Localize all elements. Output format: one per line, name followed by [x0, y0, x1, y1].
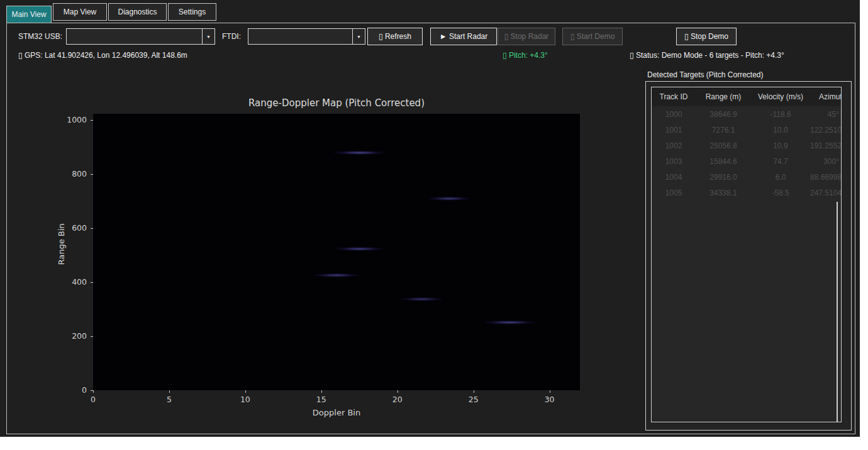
- tab-diagnostics-label: Diagnostics: [118, 8, 157, 16]
- target-streak: [482, 321, 537, 324]
- table-cell: 88.66998: [810, 173, 841, 182]
- desktop: Main View Map View Diagnostics Settings …: [0, 0, 868, 450]
- y-tick-mark: [91, 120, 93, 121]
- table-row[interactable]: 100038646.9-118.645°: [652, 106, 841, 122]
- x-tick-mark: [474, 390, 474, 393]
- y-tick-mark: [91, 228, 93, 229]
- table-row[interactable]: 100429916.06.088.66998: [652, 169, 841, 185]
- table-cell: 1003: [652, 157, 696, 166]
- table-cell: 38646.9: [696, 110, 751, 119]
- ftdi-combobox[interactable]: ▼: [248, 28, 365, 45]
- x-tick-label: 30: [542, 395, 557, 404]
- x-tick-label: 20: [390, 395, 405, 404]
- target-streak: [312, 274, 360, 277]
- table-cell: 45°: [810, 110, 841, 119]
- table-row[interactable]: 100315844.674.7300°: [652, 153, 841, 169]
- table-cell: 300°: [810, 157, 841, 166]
- y-tick-mark: [91, 336, 93, 337]
- y-tick-label: 800: [59, 169, 87, 178]
- y-tick-mark: [91, 174, 93, 175]
- x-tick-label: 5: [162, 395, 177, 404]
- table-cell: 10.0: [751, 126, 810, 134]
- x-tick-label: 15: [314, 395, 329, 404]
- demo-status-text: ▯ Status: Demo Mode - 6 targets - Pitch:…: [630, 51, 784, 60]
- x-tick-mark: [169, 390, 170, 393]
- target-streak: [426, 197, 472, 200]
- table-cell: 15844.6: [696, 157, 751, 166]
- stop-demo-button[interactable]: ▯ Stop Demo: [676, 28, 737, 45]
- x-tick-label: 0: [86, 395, 101, 404]
- targets-table[interactable]: Track ID Range (m) Velocity (m/s) Azimut…: [651, 87, 842, 422]
- ftdi-label: FTDI:: [222, 32, 241, 41]
- target-streak: [399, 298, 445, 300]
- targets-table-body: 100038646.9-118.645°10017276.110.0122.25…: [652, 106, 841, 200]
- stm32-usb-label: STM32 USB:: [18, 32, 62, 41]
- y-tick-label: 600: [59, 223, 87, 233]
- y-tick-label: 1000: [59, 115, 87, 124]
- y-tick-label: 0: [59, 385, 87, 395]
- radar-app-window: Main View Map View Diagnostics Settings …: [0, 0, 860, 437]
- table-row[interactable]: 10017276.110.0122.2510: [652, 122, 841, 138]
- tab-diagnostics[interactable]: Diagnostics: [108, 3, 167, 21]
- table-cell: 1000: [652, 110, 696, 119]
- x-tick-mark: [245, 390, 246, 393]
- table-cell: 191.2552: [810, 141, 841, 150]
- start-radar-button[interactable]: ► Start Radar: [430, 28, 497, 45]
- pitch-indicator-text: ▯ Pitch: +4.3°: [503, 51, 548, 60]
- main-view-page: STM32 USB: ▼ FTDI: ▼ ▯ Refresh ► Start R…: [6, 23, 855, 434]
- table-cell: 122.2510: [810, 126, 841, 134]
- refresh-button[interactable]: ▯ Refresh: [367, 28, 423, 45]
- table-cell: -58.5: [751, 189, 810, 197]
- table-scrollbar[interactable]: [837, 202, 838, 422]
- chevron-down-icon: ▼: [206, 35, 211, 39]
- col-header-azimuth: Azimuth: [810, 92, 841, 101]
- targets-groupbox: Track ID Range (m) Velocity (m/s) Azimut…: [645, 81, 852, 431]
- tab-map-view[interactable]: Map View: [53, 3, 107, 21]
- x-tick-mark: [321, 390, 322, 393]
- table-cell: 1005: [652, 189, 696, 197]
- x-tick-mark: [93, 390, 94, 393]
- target-streak: [332, 151, 387, 154]
- x-tick-label: 25: [466, 395, 481, 404]
- range-doppler-plot: [93, 114, 580, 390]
- tab-settings[interactable]: Settings: [168, 3, 216, 21]
- stm32-usb-dropdown-button[interactable]: ▼: [202, 29, 214, 44]
- start-demo-button: ▯ Start Demo: [562, 28, 623, 45]
- table-row[interactable]: 100534338.1-58.5247.5104: [652, 185, 841, 200]
- table-cell: 74.7: [751, 157, 810, 166]
- stm32-usb-combobox[interactable]: ▼: [66, 28, 215, 45]
- gps-status-text: ▯ GPS: Lat 41.902426, Lon 12.496039, Alt…: [18, 51, 187, 60]
- target-streak: [333, 248, 385, 250]
- table-cell: 29916.0: [696, 173, 751, 182]
- chart-title: Range-Doppler Map (Pitch Corrected): [93, 97, 580, 109]
- table-cell: 7276.1: [696, 126, 751, 134]
- tab-settings-label: Settings: [179, 8, 206, 16]
- targets-table-header: Track ID Range (m) Velocity (m/s) Azimut…: [652, 87, 841, 106]
- table-cell: 1004: [652, 173, 696, 182]
- y-tick-mark: [91, 390, 93, 391]
- table-cell: 247.5104: [810, 189, 841, 197]
- stop-radar-button: ▯ Stop Radar: [498, 28, 555, 45]
- col-header-velocity: Velocity (m/s): [751, 92, 810, 101]
- table-cell: 1001: [652, 126, 696, 134]
- y-tick-label: 400: [59, 277, 87, 287]
- x-tick-mark: [398, 390, 398, 393]
- table-cell: 34338.1: [696, 189, 751, 197]
- table-cell: 1002: [652, 141, 696, 150]
- tab-main-view[interactable]: Main View: [6, 6, 52, 23]
- table-cell: 6.0: [751, 173, 810, 182]
- table-cell: 10.9: [751, 141, 810, 150]
- chevron-down-icon: ▼: [357, 35, 361, 39]
- x-tick-mark: [550, 390, 550, 393]
- y-tick-mark: [91, 282, 93, 283]
- table-row[interactable]: 100225056.810.9191.2552: [652, 138, 841, 153]
- tab-bar: Main View Map View Diagnostics Settings: [0, 0, 860, 23]
- ftdi-dropdown-button[interactable]: ▼: [352, 29, 365, 44]
- tab-map-view-label: Map View: [64, 8, 96, 16]
- table-cell: -118.6: [751, 110, 810, 119]
- y-tick-label: 200: [59, 331, 87, 341]
- col-header-track-id: Track ID: [652, 92, 696, 101]
- col-header-range: Range (m): [696, 92, 751, 101]
- tab-main-view-label: Main View: [11, 10, 46, 19]
- x-axis-label: Doppler Bin: [93, 408, 580, 417]
